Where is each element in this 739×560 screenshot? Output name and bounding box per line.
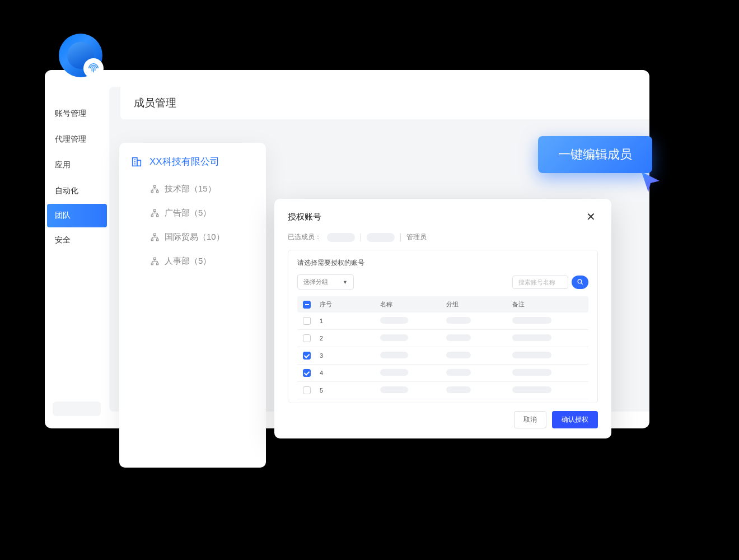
selected-members-row: 已选成员： 管理员 — [288, 232, 598, 242]
svg-rect-6 — [151, 191, 153, 193]
table-row: 5 — [297, 382, 588, 399]
table-row: 1 — [297, 312, 588, 330]
sidebar-item-team[interactable]: 团队 — [47, 204, 107, 227]
cell-placeholder — [512, 317, 551, 324]
svg-rect-14 — [157, 215, 158, 217]
modal-title: 授权账号 — [288, 212, 321, 222]
col-group: 分组 — [446, 300, 508, 309]
role-label: 管理员 — [406, 232, 427, 242]
cell-seq: 4 — [320, 370, 376, 376]
cell-placeholder — [446, 317, 471, 324]
search-input[interactable] — [512, 276, 568, 289]
cell-placeholder — [380, 386, 408, 393]
company-node[interactable]: XX科技有限公司 — [130, 155, 255, 168]
dept-item-trade[interactable]: 国际贸易（10） — [130, 225, 255, 249]
cell-placeholder — [380, 369, 408, 376]
cell-seq: 5 — [320, 387, 376, 394]
table-row: 4 — [297, 365, 588, 382]
cell-seq: 3 — [320, 352, 376, 359]
sidebar-item-accounts[interactable]: 账号管理 — [45, 101, 109, 127]
cell-seq: 1 — [320, 318, 376, 324]
cell-placeholder — [512, 352, 551, 358]
svg-rect-7 — [157, 191, 158, 193]
modal-hint: 请选择需要授权的账号 — [297, 258, 588, 268]
row-checkbox[interactable] — [303, 317, 311, 325]
hierarchy-icon — [151, 209, 159, 217]
selected-member-placeholder — [367, 233, 395, 242]
dept-item-ads[interactable]: 广告部（5） — [130, 201, 255, 225]
page-title: 成员管理 — [120, 87, 649, 119]
company-name: XX科技有限公司 — [149, 155, 219, 168]
org-tree-panel: XX科技有限公司 技术部（15） 广告部（5） — [119, 143, 266, 468]
sidebar-item-automation[interactable]: 自动化 — [45, 178, 109, 204]
cell-placeholder — [512, 334, 551, 341]
accounts-table: 序号 名称 分组 备注 1 2 — [297, 296, 588, 399]
cell-placeholder — [380, 317, 408, 324]
sidebar: 账号管理 代理管理 应用 自动化 团队 安全 — [45, 70, 109, 428]
svg-rect-21 — [157, 239, 158, 241]
cell-placeholder — [446, 334, 471, 341]
dept-label: 技术部（15） — [165, 184, 216, 194]
row-checkbox[interactable] — [303, 352, 311, 360]
col-note: 备注 — [512, 300, 583, 309]
svg-rect-5 — [154, 185, 156, 187]
svg-line-34 — [581, 283, 582, 284]
cell-placeholder — [446, 369, 471, 376]
select-all-checkbox[interactable] — [303, 301, 311, 309]
table-row: 3 — [297, 347, 588, 365]
divider — [400, 234, 401, 241]
cell-placeholder — [380, 352, 408, 358]
row-checkbox[interactable] — [303, 334, 311, 342]
divider — [361, 234, 361, 241]
svg-point-33 — [578, 279, 582, 283]
svg-rect-12 — [154, 209, 156, 211]
chevron-down-icon: ▼ — [343, 279, 348, 285]
close-icon: ✕ — [586, 211, 596, 223]
cell-placeholder — [446, 386, 471, 393]
main-content: 成员管理 XX科技有限公司 技术部（15） — [109, 87, 649, 412]
svg-rect-13 — [151, 215, 153, 217]
app-window: 账号管理 代理管理 应用 自动化 团队 安全 成员管理 XX科技有限公司 — [45, 70, 649, 428]
sidebar-item-proxy[interactable]: 代理管理 — [45, 127, 109, 152]
cell-placeholder — [512, 369, 551, 376]
svg-rect-19 — [154, 234, 156, 235]
dept-label: 人事部（5） — [165, 256, 211, 267]
selected-member-placeholder — [327, 233, 355, 242]
cancel-button[interactable]: 取消 — [514, 411, 546, 428]
dept-label: 国际贸易（10） — [165, 232, 224, 242]
sidebar-item-apps[interactable]: 应用 — [45, 152, 109, 178]
cursor-icon — [638, 170, 663, 194]
cell-placeholder — [380, 334, 408, 341]
svg-rect-20 — [151, 239, 153, 241]
confirm-button[interactable]: 确认授权 — [552, 411, 598, 428]
svg-rect-27 — [151, 263, 153, 265]
group-dropdown[interactable]: 选择分组 ▼ — [297, 274, 354, 290]
dept-item-hr[interactable]: 人事部（5） — [130, 249, 255, 273]
row-checkbox[interactable] — [303, 386, 311, 394]
authorize-modal: 授权账号 ✕ 已选成员： 管理员 请选择需要授权的账号 选择分组 ▼ — [274, 199, 611, 438]
hierarchy-icon — [151, 185, 159, 193]
app-logo — [59, 34, 102, 77]
row-checkbox[interactable] — [303, 369, 311, 377]
col-seq: 序号 — [320, 300, 376, 309]
dept-label: 广告部（5） — [165, 208, 211, 218]
dropdown-label: 选择分组 — [303, 278, 328, 286]
edit-members-button[interactable]: 一键编辑成员 — [538, 136, 652, 173]
hierarchy-icon — [151, 233, 159, 241]
svg-rect-26 — [154, 258, 156, 259]
search-button[interactable] — [572, 276, 588, 289]
fingerprint-icon — [83, 58, 104, 78]
cell-placeholder — [512, 386, 551, 393]
hierarchy-icon — [151, 257, 159, 265]
dept-item-tech[interactable]: 技术部（15） — [130, 177, 255, 201]
sidebar-item-security[interactable]: 安全 — [45, 227, 109, 253]
table-row: 2 — [297, 330, 588, 347]
selected-label: 已选成员： — [288, 232, 321, 242]
cell-placeholder — [446, 352, 471, 358]
cell-seq: 2 — [320, 335, 376, 342]
building-icon — [130, 156, 143, 168]
col-name: 名称 — [380, 300, 442, 309]
svg-rect-1 — [137, 160, 141, 166]
search-icon — [577, 278, 584, 286]
close-button[interactable]: ✕ — [584, 210, 598, 223]
